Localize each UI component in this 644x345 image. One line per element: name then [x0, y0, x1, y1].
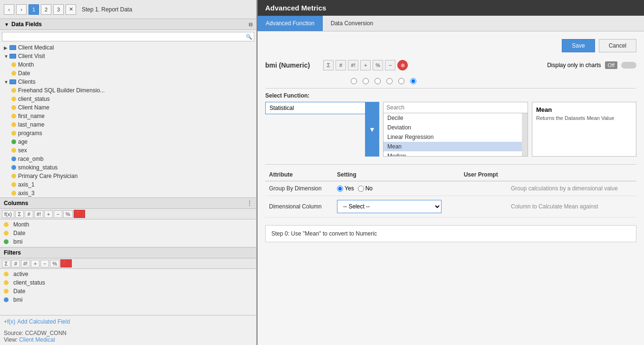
toolbar-minus[interactable]: −	[40, 260, 49, 267]
nav-step-3[interactable]: 3	[53, 4, 64, 15]
dimensional-column-select[interactable]: -- Select --	[337, 200, 442, 213]
icon-plus[interactable]: +	[360, 60, 371, 70]
col-item-month[interactable]: Month	[0, 220, 256, 229]
radio-yes[interactable]	[337, 186, 343, 192]
icon-hash[interactable]: #	[336, 60, 346, 70]
radio-row	[351, 78, 636, 84]
tree-item-last-name[interactable]: last_name	[0, 120, 256, 129]
display-toggle[interactable]	[621, 62, 636, 69]
toolbar-fx[interactable]: f(x)	[2, 210, 14, 218]
col-item-bmi[interactable]: bmi	[0, 237, 256, 246]
view-label: View:	[4, 336, 18, 343]
radio-4[interactable]	[386, 78, 393, 84]
toolbar-remove[interactable]: 🚫	[74, 210, 85, 218]
radio-2[interactable]	[363, 78, 369, 84]
radio-3[interactable]	[375, 78, 381, 84]
filter-item-date[interactable]: Date	[0, 287, 256, 296]
columns-list: Month Date bmi	[0, 219, 256, 247]
toolbar-sum[interactable]: Σ	[15, 210, 24, 218]
function-item-deviation[interactable]: Deviation	[384, 123, 522, 132]
dot-icon	[4, 289, 9, 294]
radio-no[interactable]	[358, 186, 364, 192]
search-box: 🔍	[2, 32, 254, 41]
tree-item-client-status[interactable]: client_status	[0, 95, 256, 103]
tree-item-smoking-status[interactable]: smoking_status	[0, 163, 256, 172]
tree-item-primary-care[interactable]: Primary Care Physician	[0, 172, 256, 180]
filter-item-client-status[interactable]: client_status	[0, 278, 256, 287]
tab-data-conversion[interactable]: Data Conversion	[323, 16, 381, 31]
tree-item-axis3[interactable]: axis_3	[0, 189, 256, 197]
attr-prompt-dimensional-col	[460, 196, 507, 217]
toolbar-hash[interactable]: #	[25, 210, 33, 218]
tree-item-client-visit[interactable]: ▼ Client Visit	[0, 52, 256, 60]
function-type-dropdown[interactable]: Statistical ▼	[265, 102, 379, 157]
nav-forward[interactable]: ›	[16, 4, 27, 15]
function-scrollbar[interactable]	[522, 113, 528, 156]
advanced-metrics-modal: Advanced Metrics Advanced Function Data …	[257, 0, 644, 345]
icon-percent[interactable]: %	[373, 60, 383, 70]
field-header: bmi (Numeric) Σ # #! + % − ⊗ Display onl…	[265, 60, 636, 70]
search-input[interactable]	[2, 32, 254, 41]
radio-5[interactable]	[398, 78, 404, 84]
function-type-select[interactable]: Statistical	[265, 102, 379, 114]
function-item-linear-regression[interactable]: Linear Regression	[384, 132, 522, 142]
tree-label: first_name	[18, 113, 45, 119]
modal-actions: Save Cancel	[265, 39, 636, 52]
tab-advanced-function[interactable]: Advanced Function	[258, 16, 323, 31]
tree-item-first-name[interactable]: first_name	[0, 112, 256, 120]
filters-list: active client_status Date bmi	[0, 269, 256, 305]
cancel-button[interactable]: Cancel	[599, 39, 636, 52]
view-link[interactable]: Client Medical	[19, 336, 55, 343]
nav-step-2[interactable]: 2	[41, 4, 51, 15]
function-item-decile[interactable]: Decile	[384, 113, 522, 123]
icon-hash-excl[interactable]: #!	[348, 60, 358, 70]
function-desc-title: Mean	[536, 106, 632, 113]
tree-item-client-name[interactable]: Client Name	[0, 103, 256, 112]
nav-close[interactable]: ✕	[66, 4, 76, 15]
filters-toolbar: Σ # #! + − % 🚫	[0, 258, 256, 269]
tree-item-race-omb[interactable]: race_omb	[0, 155, 256, 163]
icon-remove[interactable]: ⊗	[397, 60, 408, 70]
toolbar-plus[interactable]: +	[31, 260, 39, 267]
col-item-date[interactable]: Date	[0, 229, 256, 237]
function-item-median[interactable]: Median	[384, 151, 522, 156]
tree-item-clients[interactable]: ▼ Clients	[0, 78, 256, 86]
tree-item-freehand[interactable]: Freehand SQL Builder Dimensio...	[0, 86, 256, 95]
tree-item-programs[interactable]: programs	[0, 129, 256, 138]
toolbar-sum[interactable]: Σ	[2, 260, 10, 267]
tree-item-sex[interactable]: sex	[0, 146, 256, 155]
tree-item-age[interactable]: age	[0, 138, 256, 146]
tree-label: programs	[18, 130, 42, 137]
tree-item-date[interactable]: Date	[0, 69, 256, 78]
toolbar-remove[interactable]: 🚫	[60, 259, 72, 267]
toolbar-minus[interactable]: −	[54, 210, 62, 218]
toolbar-hash-excl[interactable]: #!	[34, 210, 43, 218]
nav-back[interactable]: ‹	[4, 4, 14, 15]
toolbar-plus[interactable]: +	[44, 210, 53, 218]
filter-item-active[interactable]: active	[0, 270, 256, 278]
toolbar-percent[interactable]: %	[50, 260, 59, 267]
expand-icon[interactable]: ▼	[4, 21, 10, 27]
toolbar-hash-excl[interactable]: #!	[21, 260, 30, 267]
function-search-input[interactable]	[384, 102, 528, 113]
filter-label: client_status	[13, 279, 45, 286]
toolbar-hash[interactable]: #	[11, 260, 20, 267]
radio-1[interactable]	[351, 78, 357, 84]
tree-item-client-medical[interactable]: ▶ Client Medical	[0, 43, 256, 52]
collapse-icon[interactable]: ⊟	[249, 22, 252, 27]
tree-label: Freehand SQL Builder Dimensio...	[18, 87, 105, 94]
function-description: Mean Returns the Datasets Mean Value	[532, 102, 636, 157]
function-item-mean[interactable]: Mean	[384, 142, 522, 151]
filter-item-bmi[interactable]: bmi	[0, 296, 256, 304]
tree-label: last_name	[18, 121, 44, 128]
nav-step-1[interactable]: 1	[29, 4, 39, 15]
columns-header: Columns ⋮	[0, 198, 256, 209]
icon-sum[interactable]: Σ	[323, 60, 334, 70]
tree-item-axis1[interactable]: axis_1	[0, 180, 256, 189]
save-button[interactable]: Save	[562, 39, 595, 52]
radio-6[interactable]	[410, 78, 416, 84]
toolbar-percent[interactable]: %	[63, 210, 73, 218]
tree-item-month[interactable]: Month	[0, 60, 256, 69]
icon-minus[interactable]: −	[385, 60, 395, 70]
add-calculated-field[interactable]: +f(x) Add Calculated Field	[0, 315, 256, 328]
